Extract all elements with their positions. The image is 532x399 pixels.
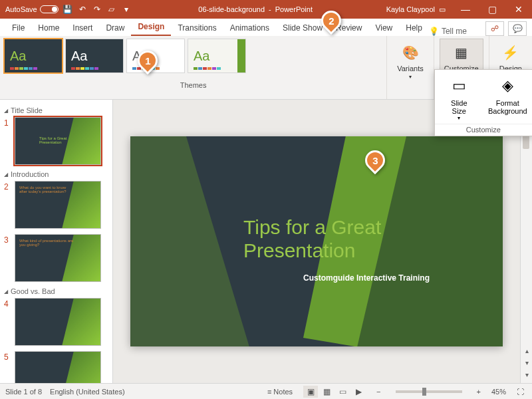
- thumbnail-row: 4: [4, 298, 108, 346]
- variants-button[interactable]: 🎨 Variants ▾: [392, 39, 428, 83]
- tab-animations[interactable]: Animations: [223, 21, 276, 36]
- tab-insert[interactable]: Insert: [66, 21, 99, 36]
- section-header[interactable]: Title Slide: [4, 106, 108, 114]
- tab-draw[interactable]: Draw: [99, 21, 131, 36]
- customize-icon: ▦: [451, 42, 472, 63]
- search-icon: 💡: [429, 27, 439, 36]
- variants-label: Variants: [397, 65, 424, 72]
- slideshow-view-button[interactable]: ▶: [351, 386, 366, 398]
- slide-thumbnail[interactable]: [15, 298, 101, 346]
- theme-preview-icon: Aa: [10, 49, 26, 64]
- zoom-level[interactable]: 45%: [491, 388, 506, 396]
- design-ideas-icon: ⚡: [500, 42, 521, 63]
- theme-card[interactable]: Aa: [188, 39, 246, 73]
- user-name: Kayla Claypool: [386, 5, 435, 13]
- themes-group-label: Themes: [4, 81, 382, 89]
- section-header[interactable]: Introduction: [4, 170, 108, 178]
- undo-icon[interactable]: ↶: [77, 4, 88, 15]
- tellme-label: Tell me: [442, 27, 467, 36]
- decorative-shape: [130, 136, 250, 346]
- qat-dropdown-icon[interactable]: ▾: [121, 4, 132, 15]
- status-bar: Slide 1 of 8 English (United States) ≡No…: [0, 383, 532, 399]
- thumbnail-row: 1 Tips for a GreatPresentation: [4, 117, 108, 165]
- filename-label: 06-slide-background: [198, 5, 265, 13]
- zoom-slider[interactable]: [396, 390, 462, 393]
- ribbon-tabs: File Home Insert Draw Design Transitions…: [0, 19, 532, 36]
- slide-thumbnail[interactable]: Tips for a GreatPresentation: [15, 117, 101, 165]
- thumbnail-row: 2 What do you want to knowafter today's …: [4, 181, 108, 229]
- redo-icon[interactable]: ↷: [92, 4, 102, 15]
- normal-view-button[interactable]: ▣: [303, 386, 318, 398]
- slide-thumbnail[interactable]: [15, 351, 101, 383]
- title-bar: AutoSave 💾 ↶ ↷ ▱ ▾ 06-slide-background -…: [0, 0, 532, 19]
- next-slide-icon[interactable]: ▾: [521, 371, 532, 383]
- tab-help[interactable]: Help: [399, 21, 429, 36]
- reading-view-button[interactable]: ▭: [335, 386, 350, 398]
- app-label: PowerPoint: [275, 5, 313, 13]
- autosave-switch-icon: [40, 5, 59, 13]
- theme-preview-icon: Aa: [71, 49, 87, 64]
- slide-indicator[interactable]: Slide 1 of 8: [5, 388, 42, 396]
- themes-group: Aa Aa Aa Aa Themes: [0, 36, 386, 99]
- slide-number: 4: [4, 298, 11, 309]
- scroll-down-icon[interactable]: ▾: [521, 359, 532, 371]
- thumbnail-row: 5: [4, 351, 108, 383]
- variants-icon: 🎨: [400, 42, 421, 63]
- autosave-toggle[interactable]: AutoSave: [5, 5, 59, 13]
- tab-transitions[interactable]: Transitions: [171, 21, 223, 36]
- notes-button[interactable]: ≡Notes: [265, 386, 295, 397]
- restore-button[interactable]: ▢: [479, 0, 505, 19]
- tellme-search[interactable]: 💡 Tell me: [429, 27, 467, 36]
- dropdown-icon: ▾: [409, 74, 412, 80]
- save-icon[interactable]: 💾: [63, 4, 73, 15]
- format-background-icon: ◈: [497, 75, 518, 96]
- tab-view[interactable]: View: [368, 21, 399, 36]
- vertical-scrollbar[interactable]: ▴ ▾ ▾: [520, 100, 532, 383]
- language-indicator[interactable]: English (United States): [50, 388, 125, 396]
- fit-to-window-button[interactable]: ⛶: [514, 386, 527, 397]
- slide-thumbnail[interactable]: What do you want to knowafter today's pr…: [15, 181, 101, 229]
- slide-subtitle-text: Customguide Interactive Training: [303, 273, 430, 283]
- zoom-in-button[interactable]: +: [474, 386, 483, 397]
- slide-number: 5: [4, 351, 11, 362]
- format-background-label: Format Background: [486, 99, 529, 115]
- format-background-button[interactable]: ◈ Format Background: [483, 70, 532, 124]
- slide-canvas[interactable]: Tips for a Great Presentation Customguid…: [130, 136, 503, 346]
- notes-icon: ≡: [267, 388, 271, 396]
- tab-design[interactable]: Design: [131, 19, 171, 36]
- share-button[interactable]: ☍: [485, 21, 504, 36]
- tab-file[interactable]: File: [5, 21, 31, 36]
- app-sep: -: [269, 5, 271, 13]
- slide-title-text: Tips for a Great Presentation: [243, 216, 381, 262]
- comments-button[interactable]: 💬: [508, 21, 527, 36]
- slide-thumbnail-panel: Title Slide 1 Tips for a GreatPresentati…: [0, 100, 113, 383]
- slide-number: 1: [4, 117, 11, 128]
- prev-slide-icon[interactable]: ▴: [521, 347, 532, 359]
- customize-popup-footer: Customize: [435, 124, 532, 136]
- customize-dropdown: ▭ Slide Size ▾ ◈ Format Background Custo…: [434, 69, 532, 136]
- slide-size-icon: ▭: [448, 75, 469, 96]
- workspace: Title Slide 1 Tips for a GreatPresentati…: [0, 100, 532, 383]
- theme-card[interactable]: Aa: [4, 39, 63, 73]
- close-button[interactable]: ✕: [505, 0, 532, 19]
- autosave-label: AutoSave: [5, 5, 37, 13]
- zoom-out-button[interactable]: −: [374, 386, 383, 397]
- slide-size-button[interactable]: ▭ Slide Size ▾: [435, 70, 483, 124]
- minimize-button[interactable]: —: [452, 0, 479, 19]
- user-avatar-icon: ▭: [439, 5, 446, 14]
- tab-home[interactable]: Home: [31, 21, 66, 36]
- sorter-view-button[interactable]: ▦: [319, 386, 334, 398]
- account-button[interactable]: Kayla Claypool ▭: [380, 5, 452, 14]
- slide-thumbnail[interactable]: What kind of presentations areyou giving…: [15, 234, 101, 282]
- slide-number: 2: [4, 181, 11, 192]
- theme-preview-icon: Aa: [194, 49, 209, 64]
- section-header[interactable]: Good vs. Bad: [4, 287, 108, 295]
- customize-group: ▦ Customize ▾ ▭ Slide Size ▾ ◈ Format Ba…: [434, 36, 489, 99]
- thumbnail-row: 3 What kind of presentations areyou givi…: [4, 234, 108, 282]
- start-from-beginning-icon[interactable]: ▱: [106, 4, 117, 15]
- theme-card[interactable]: Aa: [65, 39, 124, 73]
- dropdown-icon: ▾: [438, 115, 481, 121]
- slide-number: 3: [4, 234, 11, 245]
- ribbon-body: Aa Aa Aa Aa Themes 🎨 Variants ▾ ▦ Custom…: [0, 36, 532, 100]
- variants-group: 🎨 Variants ▾: [386, 36, 434, 99]
